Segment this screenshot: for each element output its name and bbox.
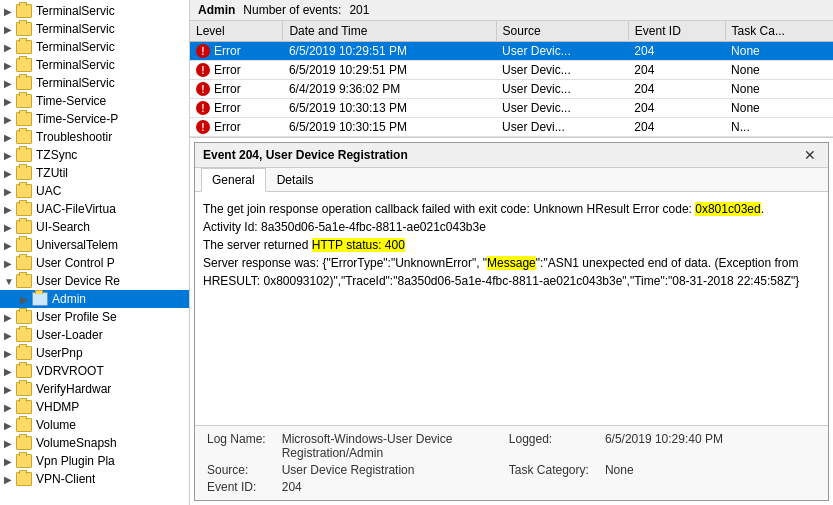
- tab-details[interactable]: Details: [266, 168, 325, 191]
- table-row[interactable]: !Error6/5/2019 10:29:51 PMUser Devic...2…: [190, 61, 833, 80]
- sidebar-arrow-icon: ▶: [4, 168, 16, 179]
- table-cell: 6/5/2019 10:29:51 PM: [283, 61, 496, 80]
- sidebar-item-label: User Profile Se: [36, 310, 117, 324]
- table-cell: 6/5/2019 10:30:13 PM: [283, 99, 496, 118]
- folder-icon: [16, 328, 32, 342]
- col-level[interactable]: Level: [190, 21, 283, 42]
- sidebar-item-label: UI-Search: [36, 220, 90, 234]
- col-eventid[interactable]: Event ID: [628, 21, 725, 42]
- detail-close-button[interactable]: ✕: [800, 147, 820, 163]
- sidebar-arrow-icon: ▶: [4, 6, 16, 17]
- folder-icon: [16, 400, 32, 414]
- table-cell: None: [725, 80, 833, 99]
- footer-task-value: None: [605, 463, 816, 477]
- table-cell: 6/5/2019 10:30:15 PM: [283, 118, 496, 137]
- sidebar-item[interactable]: ▶VDRVROOT: [0, 362, 189, 380]
- error-icon: !: [196, 44, 210, 58]
- sidebar-item-label: Troubleshootir: [36, 130, 112, 144]
- sidebar-item[interactable]: ▶User Profile Se: [0, 308, 189, 326]
- table-cell-level: !Error: [190, 99, 283, 118]
- error-icon: !: [196, 82, 210, 96]
- error-icon: !: [196, 101, 210, 115]
- sidebar-item[interactable]: ▶VerifyHardwar: [0, 380, 189, 398]
- sidebar-item[interactable]: ▶Volume: [0, 416, 189, 434]
- sidebar-item[interactable]: ▶UAC-FileVirtua: [0, 200, 189, 218]
- sidebar-item[interactable]: ▶UAC: [0, 182, 189, 200]
- table-cell-level: !Error: [190, 61, 283, 80]
- folder-icon: [16, 364, 32, 378]
- sidebar-arrow-icon: ▶: [4, 204, 16, 215]
- folder-icon: [16, 238, 32, 252]
- col-task[interactable]: Task Ca...: [725, 21, 833, 42]
- sidebar-item[interactable]: ▶TerminalServic: [0, 74, 189, 92]
- folder-icon: [16, 58, 32, 72]
- sidebar-item-label: TerminalServic: [36, 40, 115, 54]
- sidebar-item[interactable]: ▶VHDMP: [0, 398, 189, 416]
- sidebar-item[interactable]: ▶User-Loader: [0, 326, 189, 344]
- sidebar-item[interactable]: ▶Time-Service-P: [0, 110, 189, 128]
- tab-general[interactable]: General: [201, 168, 266, 192]
- level-text: Error: [214, 101, 241, 115]
- footer-source-label: Source:: [207, 463, 266, 477]
- sidebar-item[interactable]: ▶UserPnp: [0, 344, 189, 362]
- footer-log-name-label: Log Name:: [207, 432, 266, 460]
- sidebar-item[interactable]: ▶UniversalTelem: [0, 236, 189, 254]
- sidebar-item-label: Time-Service: [36, 94, 106, 108]
- sidebar-arrow-icon: ▶: [4, 330, 16, 341]
- folder-icon: [16, 274, 32, 288]
- main-panel: Admin Number of events: 201 Level Date a…: [190, 0, 833, 505]
- table-cell: None: [725, 99, 833, 118]
- folder-icon: [16, 310, 32, 324]
- sidebar-arrow-icon: ▶: [20, 294, 32, 305]
- sidebar-item[interactable]: ▶Vpn Plugin Pla: [0, 452, 189, 470]
- folder-icon: [16, 382, 32, 396]
- sidebar: ▶TerminalServic▶TerminalServic▶TerminalS…: [0, 0, 190, 505]
- sidebar-item[interactable]: ▶TerminalServic: [0, 56, 189, 74]
- sidebar-item[interactable]: ▶Troubleshootir: [0, 128, 189, 146]
- sidebar-arrow-icon: ▶: [4, 438, 16, 449]
- table-row[interactable]: !Error6/4/2019 9:36:02 PMUser Devic...20…: [190, 80, 833, 99]
- table-row[interactable]: !Error6/5/2019 10:30:15 PMUser Devi...20…: [190, 118, 833, 137]
- sidebar-item[interactable]: ▶TZUtil: [0, 164, 189, 182]
- sidebar-arrow-icon: ▶: [4, 132, 16, 143]
- sidebar-item[interactable]: ▶TerminalServic: [0, 38, 189, 56]
- table-row[interactable]: !Error6/5/2019 10:30:13 PMUser Devic...2…: [190, 99, 833, 118]
- col-datetime[interactable]: Date and Time: [283, 21, 496, 42]
- sidebar-arrow-icon: ▶: [4, 402, 16, 413]
- sidebar-item[interactable]: ▶Admin: [0, 290, 189, 308]
- sidebar-arrow-icon: ▶: [4, 420, 16, 431]
- event-table-body: !Error6/5/2019 10:29:51 PMUser Devic...2…: [190, 42, 833, 137]
- folder-icon: [16, 22, 32, 36]
- sidebar-item-label: TZUtil: [36, 166, 68, 180]
- sidebar-item[interactable]: ▶TerminalServic: [0, 20, 189, 38]
- sidebar-arrow-icon: ▶: [4, 366, 16, 377]
- folder-icon: [16, 346, 32, 360]
- sidebar-item-label: UserPnp: [36, 346, 83, 360]
- sidebar-item[interactable]: ▶User Control P: [0, 254, 189, 272]
- sidebar-arrow-icon: ▶: [4, 42, 16, 53]
- folder-icon: [32, 292, 48, 306]
- sidebar-item-label: TerminalServic: [36, 4, 115, 18]
- level-text: Error: [214, 120, 241, 134]
- sidebar-arrow-icon: ▶: [4, 348, 16, 359]
- sidebar-item[interactable]: ▶TerminalServic: [0, 2, 189, 20]
- table-row[interactable]: !Error6/5/2019 10:29:51 PMUser Devic...2…: [190, 42, 833, 61]
- col-source[interactable]: Source: [496, 21, 628, 42]
- sidebar-item[interactable]: ▶UI-Search: [0, 218, 189, 236]
- sidebar-item-label: User Device Re: [36, 274, 120, 288]
- sidebar-item[interactable]: ▶VolumeSnapsh: [0, 434, 189, 452]
- folder-icon: [16, 148, 32, 162]
- event-table-container: Level Date and Time Source Event ID Task…: [190, 21, 833, 138]
- sidebar-arrow-icon: ▶: [4, 222, 16, 233]
- sidebar-arrow-icon: ▶: [4, 384, 16, 395]
- sidebar-item[interactable]: ▶VPN-Client: [0, 470, 189, 488]
- footer-eventid-value: 204: [282, 480, 493, 494]
- sidebar-item-label: VDRVROOT: [36, 364, 104, 378]
- sidebar-item[interactable]: ▶TZSync: [0, 146, 189, 164]
- sidebar-item[interactable]: ▶Time-Service: [0, 92, 189, 110]
- sidebar-item[interactable]: ▼User Device Re: [0, 272, 189, 290]
- folder-icon: [16, 166, 32, 180]
- table-cell: N...: [725, 118, 833, 137]
- detail-header: Event 204, User Device Registration ✕: [195, 143, 828, 168]
- sidebar-item-label: UniversalTelem: [36, 238, 118, 252]
